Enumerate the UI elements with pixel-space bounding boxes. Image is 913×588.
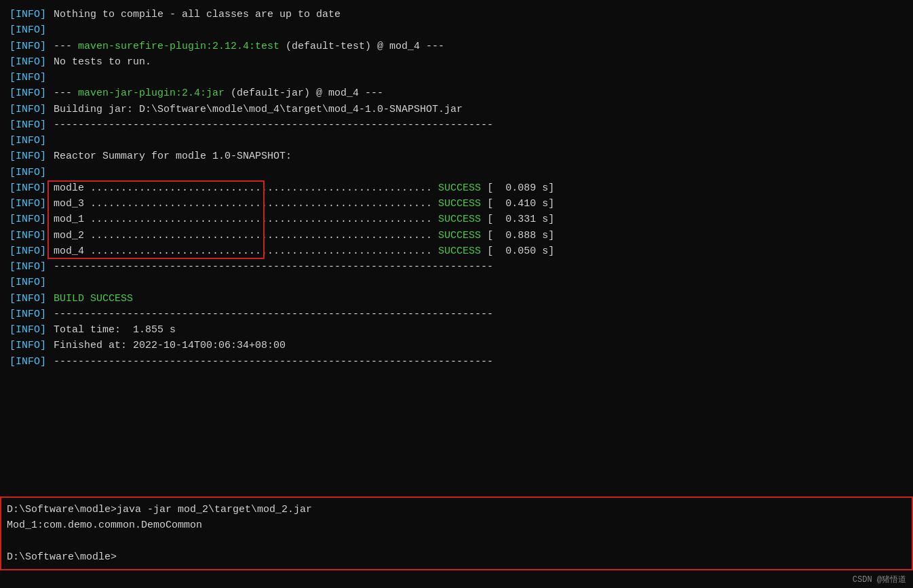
log-text: (default-jar) @ mod_4 --- — [225, 85, 383, 101]
module-name: modle ...... — [47, 180, 127, 196]
log-line-1: [INFO] Nothing to compile - all classes … — [9, 7, 904, 22]
time: [ — [481, 212, 499, 227]
info-tag: [INFO] — [9, 117, 47, 133]
time-value: 0.888 s] — [499, 228, 554, 243]
separator-line: ----------------------------------------… — [47, 117, 493, 133]
info-tag: [INFO] — [9, 259, 47, 275]
build-success-text: BUILD SUCCESS — [54, 291, 133, 307]
log-text: Reactor Summary for modle 1.0-SNAPSHOT: — [47, 149, 292, 164]
info-tag: [INFO] — [9, 70, 47, 85]
log-text — [7, 534, 13, 549]
info-tag: [INFO] — [9, 22, 47, 38]
separator-line: ----------------------------------------… — [47, 354, 493, 370]
command-prompt: D:\Software\modle> — [7, 549, 117, 565]
log-after-reactor-1: [INFO] ---------------------------------… — [9, 259, 904, 275]
build-success-line: [INFO] BUILD SUCCESS — [9, 291, 904, 307]
reactor-row-modle: [INFO] modle ...........................… — [9, 180, 904, 196]
module-name: mod_4 ...... — [47, 243, 127, 259]
log-line-7: [INFO] Building jar: D:\Software\modle\m… — [9, 102, 904, 117]
separator-line: ----------------------------------------… — [47, 259, 493, 275]
log-line-9: [INFO] — [9, 133, 904, 149]
log-text: --- — [47, 85, 78, 101]
plugin-name: maven-surefire-plugin:2.12.4:test — [78, 39, 279, 54]
dots: ........................................… — [127, 228, 438, 243]
time-value: 0.089 s] — [499, 180, 554, 196]
log-text: Building jar: D:\Software\modle\mod_4\ta… — [47, 102, 463, 117]
info-tag: [INFO] — [9, 212, 47, 227]
status-success: SUCCESS — [438, 212, 481, 227]
log-line-5: [INFO] — [9, 70, 904, 85]
dots: ........................................… — [127, 180, 438, 196]
plugin-name: maven-jar-plugin:2.4:jar — [78, 85, 225, 101]
module-name: mod_1 ...... — [47, 212, 127, 227]
log-total-time: [INFO] Total time: 1.855 s — [9, 322, 904, 338]
log-line-3: [INFO] --- maven-surefire-plugin:2.12.4:… — [9, 39, 904, 54]
dots: ........................................… — [127, 243, 438, 259]
log-line-4: [INFO] No tests to run. — [9, 54, 904, 70]
log-sep-3: [INFO] ---------------------------------… — [9, 354, 904, 370]
info-tag: [INFO] — [9, 133, 47, 149]
log-space — [47, 291, 54, 307]
terminal-content: [INFO] Nothing to compile - all classes … — [5, 4, 908, 370]
status-success: SUCCESS — [438, 243, 481, 259]
info-tag: [INFO] — [9, 354, 47, 370]
reactor-row-mod3: [INFO] mod_3 ...........................… — [9, 196, 904, 212]
module-name: mod_2 ...... — [47, 228, 127, 243]
info-tag: [INFO] — [9, 102, 47, 117]
dots: ........................................… — [127, 212, 438, 227]
status-success: SUCCESS — [438, 180, 481, 196]
info-tag: [INFO] — [9, 39, 47, 54]
log-text: --- — [47, 39, 78, 54]
log-text: (default-test) @ mod_4 --- — [279, 39, 444, 54]
info-tag: [INFO] — [9, 291, 47, 307]
reactor-row-mod2: [INFO] mod_2 ...........................… — [9, 228, 904, 243]
command-line-2: Mod_1:com.demo.common.DemoCommon — [7, 517, 906, 533]
terminal-window: [INFO] Nothing to compile - all classes … — [0, 0, 913, 588]
time-value: 0.050 s] — [499, 243, 554, 259]
module-name: mod_3 ...... — [47, 196, 127, 212]
watermark: CSDN @猪悟道 — [853, 574, 906, 585]
dots: ........................................… — [127, 196, 438, 212]
log-line-8: [INFO] ---------------------------------… — [9, 117, 904, 133]
log-line-11: [INFO] — [9, 165, 904, 180]
time-value: 0.331 s] — [499, 212, 554, 227]
info-tag: [INFO] — [9, 54, 47, 70]
log-empty-1: [INFO] — [9, 275, 904, 290]
status-success: SUCCESS — [438, 228, 481, 243]
separator-line: ----------------------------------------… — [47, 307, 493, 322]
command-text: D:\Software\modle>java -jar mod_2\target… — [7, 502, 312, 517]
time-value: 0.410 s] — [499, 196, 554, 212]
info-tag: [INFO] — [9, 149, 47, 164]
status-success: SUCCESS — [438, 196, 481, 212]
log-line-6: [INFO] --- maven-jar-plugin:2.4:jar (def… — [9, 85, 904, 101]
info-tag: [INFO] — [9, 228, 47, 243]
command-line-4: D:\Software\modle> — [7, 549, 906, 565]
log-line-2: [INFO] — [9, 22, 904, 38]
info-tag: [INFO] — [9, 85, 47, 101]
info-tag: [INFO] — [9, 243, 47, 259]
log-text: Finished at: 2022-10-14T00:06:34+08:00 — [47, 338, 286, 353]
info-tag: [INFO] — [9, 180, 47, 196]
info-tag: [INFO] — [9, 165, 47, 180]
command-line-1: D:\Software\modle>java -jar mod_2\target… — [7, 502, 906, 517]
log-text: Total time: 1.855 s — [47, 322, 176, 338]
reactor-row-mod4: [INFO] mod_4 ...........................… — [9, 243, 904, 259]
command-section: D:\Software\modle>java -jar mod_2\target… — [0, 496, 913, 570]
log-line-10: [INFO] Reactor Summary for modle 1.0-SNA… — [9, 149, 904, 164]
time: [ — [481, 196, 499, 212]
info-tag: [INFO] — [9, 322, 47, 338]
info-tag: [INFO] — [9, 307, 47, 322]
time: [ — [481, 228, 499, 243]
info-tag: [INFO] — [9, 338, 47, 353]
log-text: No tests to run. — [47, 54, 151, 70]
command-output: Mod_1:com.demo.common.DemoCommon — [7, 517, 202, 533]
reactor-row-mod1: [INFO] mod_1 ...........................… — [9, 212, 904, 227]
log-sep-2: [INFO] ---------------------------------… — [9, 307, 904, 322]
log-text: Nothing to compile - all classes are up … — [47, 7, 341, 22]
info-tag: [INFO] — [9, 196, 47, 212]
command-line-3 — [7, 534, 906, 549]
time: [ — [481, 180, 499, 196]
info-tag: [INFO] — [9, 275, 47, 290]
info-tag: [INFO] — [9, 7, 47, 22]
log-finished-at: [INFO] Finished at: 2022-10-14T00:06:34+… — [9, 338, 904, 353]
